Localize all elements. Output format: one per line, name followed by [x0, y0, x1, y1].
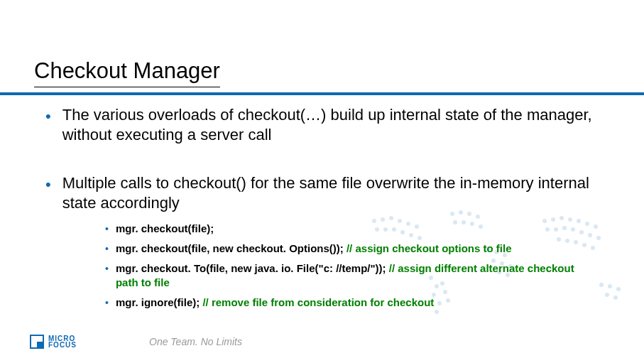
bullet-list: • The various overloads of checkout(…) b… [45, 105, 606, 315]
bullet-text: The various overloads of checkout(…) bui… [62, 105, 606, 145]
code-line: mgr. checkout(file, new checkout. Option… [116, 242, 512, 256]
code-line: mgr. ignore(file); // remove file from c… [116, 296, 434, 310]
footer-tagline: One Team. No Limits [149, 336, 242, 347]
sub-bullet-item: • mgr. checkout. To(file, new java. io. … [105, 261, 606, 290]
title-divider [0, 92, 644, 95]
bullet-dot-icon: • [105, 222, 109, 236]
sub-bullet-list: • mgr. checkout(file); • mgr. checkout(f… [105, 222, 606, 310]
svg-point-48 [608, 284, 612, 288]
sub-bullet-item: • mgr. checkout(file, new checkout. Opti… [105, 242, 606, 256]
slide: Checkout Manager • The various overloads… [0, 0, 644, 363]
code-line: mgr. checkout. To(file, new java. io. Fi… [116, 261, 599, 290]
logo-text: MICRO FOCUS [48, 335, 77, 348]
svg-point-49 [616, 287, 621, 291]
bullet-dot-icon: • [105, 261, 109, 276]
bullet-item: • The various overloads of checkout(…) b… [45, 105, 606, 145]
bullet-item: • Multiple calls to checkout() for the s… [45, 173, 606, 213]
logo-icon [30, 335, 44, 349]
footer-logo: MICRO FOCUS [30, 335, 77, 349]
bullet-text: Multiple calls to checkout() for the sam… [62, 173, 606, 213]
bullet-dot-icon: • [45, 107, 51, 126]
sub-bullet-item: • mgr. ignore(file); // remove file from… [105, 296, 606, 310]
bullet-dot-icon: • [105, 296, 109, 310]
code-line: mgr. checkout(file); [116, 222, 214, 236]
sub-bullet-item: • mgr. checkout(file); [105, 222, 606, 236]
bullet-dot-icon: • [105, 242, 109, 256]
slide-title: Checkout Manager [34, 58, 220, 87]
svg-point-51 [613, 296, 618, 300]
bullet-dot-icon: • [45, 175, 51, 195]
